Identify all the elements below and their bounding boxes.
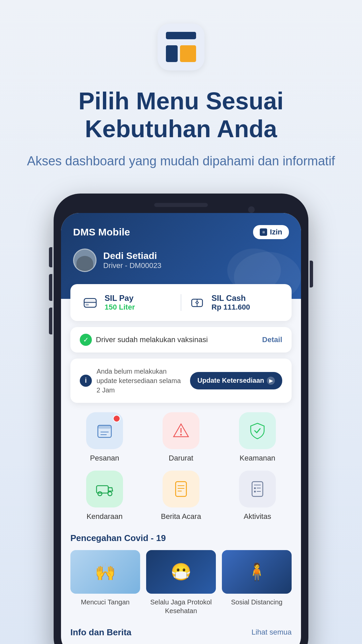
pesanan-badge — [113, 415, 120, 422]
svg-point-13 — [180, 434, 182, 435]
phone-volume-up-button — [49, 274, 52, 301]
phone-mute-button — [49, 247, 52, 267]
covid-wash-label: Mencuci Tangan — [81, 598, 129, 606]
kendaraan-icon-wrap — [86, 471, 123, 507]
balance-card: SIL Pay 150 Liter — [70, 284, 292, 321]
svg-rect-24 — [254, 491, 256, 492]
info-icon: i — [80, 375, 92, 387]
menu-grid: Pesanan Darurat — [61, 412, 301, 530]
keamanan-icon-wrap — [239, 412, 276, 449]
svg-rect-21 — [252, 482, 263, 496]
izin-label: Izin — [270, 228, 282, 236]
avatar — [73, 249, 97, 272]
covid-grid: 🙌 Mencuci Tangan 😷 Selalu Jaga Protokol … — [61, 550, 301, 625]
berita-acara-icon-wrap — [163, 471, 199, 507]
svg-rect-3 — [85, 304, 89, 306]
app-name: DMS Mobile — [73, 226, 130, 238]
covid-item-wash[interactable]: 🙌 Mencuci Tangan — [70, 550, 140, 615]
menu-item-pesanan[interactable]: Pesanan — [70, 412, 139, 463]
izin-button[interactable]: ≡ Izin — [253, 225, 289, 239]
menu-item-kendaraan[interactable]: Kendaraan — [70, 471, 139, 521]
cards-area: SIL Pay 150 Liter — [61, 284, 301, 403]
svg-rect-23 — [254, 487, 256, 489]
menu-item-darurat[interactable]: Darurat — [147, 412, 215, 463]
phone-camera — [248, 206, 255, 213]
update-button[interactable]: Update Ketersediaan ▶ — [190, 372, 282, 389]
balance-divider — [181, 294, 181, 311]
covid-protocol-image: 😷 — [146, 550, 216, 594]
update-button-arrow: ▶ — [267, 377, 275, 385]
menu-item-keamanan[interactable]: Keamanan — [223, 412, 292, 463]
berita-acara-label: Berita Acara — [161, 512, 201, 521]
user-role: Driver - DM00023 — [103, 261, 162, 270]
kendaraan-label: Kendaraan — [86, 512, 123, 521]
app-logo — [158, 23, 204, 70]
svg-point-16 — [108, 492, 112, 496]
vaccination-text: Driver sudah melakukan vaksinasi — [96, 335, 208, 344]
covid-distancing-image: 🧍 — [222, 550, 292, 594]
sil-cash-label: SIL Cash — [212, 293, 250, 303]
covid-title: Pencegahan Covid - 19 — [70, 533, 166, 543]
sil-pay-value: 150 Liter — [105, 303, 135, 312]
sil-pay-item: SIL Pay 150 Liter — [81, 293, 174, 312]
sil-pay-label: SIL Pay — [105, 293, 135, 303]
phone-screen: DMS Mobile ≡ Izin Dedi Setiadi Driver - … — [61, 213, 301, 644]
update-card: i Anda belum melakukan update ketersedia… — [70, 359, 292, 403]
keamanan-label: Keamanan — [240, 454, 275, 463]
headline-subtitle: Akses dashboard yang mudah dipahami dan … — [27, 152, 335, 170]
info-section: Info dan Berita Lihat semua — [61, 625, 301, 644]
covid-item-protocol[interactable]: 😷 Selalu Jaga Protokol Kesehatan — [146, 550, 216, 615]
vaccination-icon: ✓ — [80, 334, 92, 346]
menu-item-aktivitas[interactable]: Aktivitas — [223, 471, 292, 521]
phone-power-button — [310, 261, 313, 287]
phone-volume-down-button — [49, 308, 52, 334]
covid-section-header: Pencegahan Covid - 19 — [61, 530, 301, 550]
update-text: Anda belum melakukan update ketersediaan… — [97, 367, 185, 395]
headline-title: Pilih Menu Sesuai Kebutuhan Anda — [27, 87, 335, 143]
aktivitas-icon-wrap — [239, 471, 276, 507]
covid-wash-image: 🙌 — [70, 550, 140, 594]
vaccination-detail-link[interactable]: Detail — [262, 335, 282, 344]
phone-notch — [154, 203, 208, 207]
user-name: Dedi Setiadi — [103, 251, 162, 261]
info-title: Info dan Berita — [70, 627, 131, 638]
svg-point-15 — [98, 492, 102, 496]
covid-protocol-label: Selalu Jaga Protokol Kesehatan — [146, 598, 216, 615]
covid-distancing-label: Sosial Distancing — [231, 598, 282, 606]
phone-mockup: DMS Mobile ≡ Izin Dedi Setiadi Driver - … — [54, 194, 308, 644]
darurat-label: Darurat — [169, 454, 193, 463]
update-button-label: Update Ketersediaan — [197, 377, 264, 384]
sil-cash-icon — [188, 293, 206, 312]
pesanan-label: Pesanan — [90, 454, 119, 463]
covid-item-distancing[interactable]: 🧍 Sosial Distancing — [222, 550, 292, 615]
sil-pay-icon — [81, 293, 99, 312]
svg-rect-8 — [98, 425, 111, 429]
pesanan-icon-wrap — [86, 412, 123, 449]
izin-icon: ≡ — [260, 228, 267, 236]
darurat-icon-wrap — [163, 412, 199, 449]
sil-cash-value: Rp 111.600 — [212, 303, 250, 312]
info-link[interactable]: Lihat semua — [251, 628, 292, 637]
sil-cash-item: SIL Cash Rp 111.600 — [188, 293, 281, 312]
vaccination-card: ✓ Driver sudah melakukan vaksinasi Detai… — [70, 327, 292, 353]
menu-item-berita-acara[interactable]: Berita Acara — [147, 471, 215, 521]
aktivitas-label: Aktivitas — [244, 512, 271, 521]
svg-rect-17 — [176, 482, 186, 496]
headline-section: Pilih Menu Sesuai Kebutuhan Anda Akses d… — [0, 87, 362, 170]
